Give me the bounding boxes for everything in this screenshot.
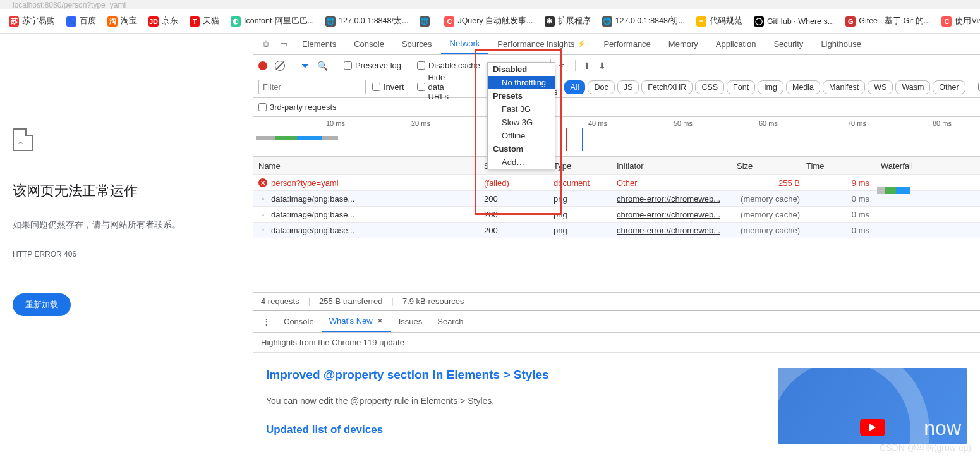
devtools-tab-application[interactable]: Application bbox=[707, 34, 765, 54]
throttle-option-offline[interactable]: Offline bbox=[488, 129, 555, 142]
preserve-log-checkbox[interactable]: Preserve log bbox=[344, 61, 401, 70]
request-status: 200 bbox=[484, 210, 554, 219]
bookmark-item[interactable]: 🐾百度 bbox=[63, 13, 100, 29]
devtools-tab-lighthouse[interactable]: Lighthouse bbox=[812, 34, 870, 54]
bookmark-icon: C bbox=[444, 16, 454, 27]
filter-pill-css[interactable]: CSS bbox=[695, 80, 724, 94]
timeline-tick: 20 ms bbox=[411, 119, 430, 127]
devtools-tab-elements[interactable]: Elements bbox=[293, 34, 345, 54]
drawer-tab-console[interactable]: Console bbox=[276, 311, 322, 332]
devtools-tab-console[interactable]: Console bbox=[345, 34, 393, 54]
network-row[interactable]: ✕person?type=yaml (failed) document Othe… bbox=[253, 175, 980, 191]
network-filter-bar: Invert Hide data URLs sion URLs AllDocJS… bbox=[253, 76, 980, 98]
filter-pill-manifest[interactable]: Manifest bbox=[823, 80, 865, 94]
timeline-tick: 70 ms bbox=[847, 119, 866, 127]
request-type: png bbox=[554, 210, 617, 219]
initiator-link[interactable]: chrome-error://chromeweb... bbox=[617, 194, 720, 204]
col-size[interactable]: Size bbox=[737, 161, 806, 171]
filter-pill-img[interactable]: Img bbox=[758, 80, 783, 94]
network-row[interactable]: ▫data:image/png;base... 200 png chrome-e… bbox=[253, 207, 980, 223]
play-icon[interactable] bbox=[860, 419, 885, 436]
request-name: data:image/png;base... bbox=[271, 226, 354, 235]
throttle-option-add-[interactable]: Add… bbox=[488, 156, 555, 169]
disable-cache-checkbox[interactable]: Disable cache bbox=[417, 61, 480, 70]
invert-checkbox[interactable]: Invert bbox=[372, 82, 404, 92]
devtools-tab-memory[interactable]: Memory bbox=[660, 34, 707, 54]
network-table-header: Name Status Type Initiator Size Time Wat… bbox=[253, 156, 980, 175]
drawer-tab-what-s-new[interactable]: What's New✕ bbox=[322, 311, 391, 332]
network-row[interactable]: ▫data:image/png;base... 200 png chrome-e… bbox=[253, 223, 980, 238]
filter-pill-ws[interactable]: WS bbox=[868, 80, 893, 94]
bookmark-icon: ◐ bbox=[231, 16, 241, 27]
devtools-tab-network[interactable]: Network bbox=[441, 34, 489, 54]
request-time: 9 ms bbox=[806, 178, 876, 188]
devtools-tab-performance[interactable]: Performance bbox=[595, 34, 659, 54]
filter-pill-media[interactable]: Media bbox=[786, 80, 820, 94]
close-icon[interactable]: ✕ bbox=[377, 316, 384, 326]
col-initiator[interactable]: Initiator bbox=[617, 161, 737, 171]
initiator-link[interactable]: chrome-error://chromeweb... bbox=[617, 210, 720, 219]
filter-pill-js[interactable]: JS bbox=[617, 80, 639, 94]
bookmark-item[interactable]: JD京东 bbox=[145, 13, 182, 29]
devtools-tab-sources[interactable]: Sources bbox=[393, 34, 441, 54]
request-type: png bbox=[554, 226, 617, 235]
bookmark-item[interactable]: ◯GitHub · Where s... bbox=[750, 14, 838, 29]
filter-pill-doc[interactable]: Doc bbox=[588, 80, 614, 94]
drawer-tab-search[interactable]: Search bbox=[430, 311, 471, 332]
filter-pill-other[interactable]: Other bbox=[933, 80, 965, 94]
col-type[interactable]: Type bbox=[554, 161, 617, 171]
initiator-link[interactable]: chrome-error://chromeweb... bbox=[617, 226, 720, 235]
wifi-icon[interactable]: ᯤ bbox=[559, 61, 567, 71]
bookmark-item[interactable]: ✱扩展程序 bbox=[541, 13, 595, 29]
whatsnew-video-thumbnail[interactable]: now bbox=[778, 368, 967, 444]
bookmark-item[interactable]: GGitee - 基于 Git 的... bbox=[842, 13, 934, 29]
throttle-option-slow-3g[interactable]: Slow 3G bbox=[488, 116, 555, 129]
download-har-icon[interactable]: ⬇ bbox=[598, 61, 606, 71]
filter-pill-fetch-xhr[interactable]: Fetch/XHR bbox=[641, 80, 693, 94]
watermark: CSDN @冯浩(grow up) bbox=[880, 443, 971, 454]
bookmark-item[interactable]: C使用Visual Stud bbox=[938, 13, 980, 29]
drawer-tab-issues[interactable]: Issues bbox=[391, 311, 430, 332]
search-icon[interactable]: 🔍 bbox=[317, 61, 328, 71]
devtools-tab-performance-insights[interactable]: Performance insights⚡ bbox=[488, 34, 595, 54]
bookmarks-bar: 苏苏宁易购🐾百度淘淘宝JD京东T天猫◐Iconfont-阿里巴巴...🌐127.… bbox=[0, 9, 980, 34]
upload-har-icon[interactable]: ⬆ bbox=[583, 61, 591, 71]
col-waterfall[interactable]: Waterfall bbox=[876, 161, 980, 171]
clear-button[interactable] bbox=[275, 61, 285, 71]
network-toolbar: ⏷ 🔍 Preserve log Disable cache No thrott… bbox=[253, 55, 980, 76]
throttling-dropdown[interactable]: DisabledNo throttlingPresetsFast 3GSlow … bbox=[487, 62, 555, 169]
inspect-icon[interactable]: ⯐ bbox=[257, 34, 275, 54]
reload-button[interactable]: 重新加载 bbox=[13, 293, 71, 316]
bookmark-item[interactable]: CJQuery 自动触发事... bbox=[440, 13, 536, 29]
filter-input[interactable] bbox=[258, 80, 366, 94]
network-row[interactable]: ▫data:image/png;base... 200 png chrome-e… bbox=[253, 191, 980, 207]
filter-pill-all[interactable]: All bbox=[564, 80, 586, 94]
bookmark-item[interactable]: 🌐127.0.0.1:8848/初... bbox=[598, 13, 689, 29]
throttle-option-no-throttling[interactable]: No throttling bbox=[488, 76, 555, 89]
blocked-checkbox[interactable]: Bl bbox=[978, 82, 980, 92]
col-time[interactable]: Time bbox=[806, 161, 876, 171]
col-name[interactable]: Name bbox=[253, 161, 484, 171]
devtools-tab-security[interactable]: Security bbox=[765, 34, 812, 54]
filter-pill-wasm[interactable]: Wasm bbox=[895, 80, 930, 94]
network-timeline[interactable]: 10 ms20 ms40 ms50 ms60 ms70 ms80 ms bbox=[253, 117, 980, 156]
request-type: document bbox=[554, 178, 617, 188]
bookmark-item[interactable]: 苏苏宁易购 bbox=[5, 13, 59, 29]
bookmark-item[interactable]: ◐Iconfont-阿里巴巴... bbox=[227, 13, 318, 29]
hide-dataurls-checkbox[interactable]: Hide data URLs bbox=[417, 73, 449, 101]
bookmark-item[interactable]: ≡代码规范 bbox=[693, 13, 746, 29]
record-button[interactable] bbox=[258, 61, 267, 70]
bookmark-item[interactable]: T天猫 bbox=[186, 13, 223, 29]
filter-pill-font[interactable]: Font bbox=[727, 80, 755, 94]
request-name: data:image/png;base... bbox=[271, 194, 354, 204]
thirdparty-checkbox[interactable]: 3rd-party requests bbox=[258, 102, 337, 112]
summary-resources: 7.9 kB resources bbox=[402, 297, 464, 306]
whatsnew-heading-1: Improved @property section in Elements >… bbox=[266, 368, 753, 382]
throttle-option-fast-3g[interactable]: Fast 3G bbox=[488, 102, 555, 116]
bookmark-item[interactable]: 🌐127.0.0.1:8848/太... bbox=[322, 13, 412, 29]
bookmark-item[interactable]: 🌐 bbox=[416, 14, 437, 29]
bookmark-item[interactable]: 淘淘宝 bbox=[104, 13, 141, 29]
filter-icon[interactable]: ⏷ bbox=[301, 61, 310, 71]
drawer-menu-icon[interactable]: ⋮ bbox=[257, 311, 275, 332]
device-toggle-icon[interactable]: ▭ bbox=[275, 34, 293, 54]
